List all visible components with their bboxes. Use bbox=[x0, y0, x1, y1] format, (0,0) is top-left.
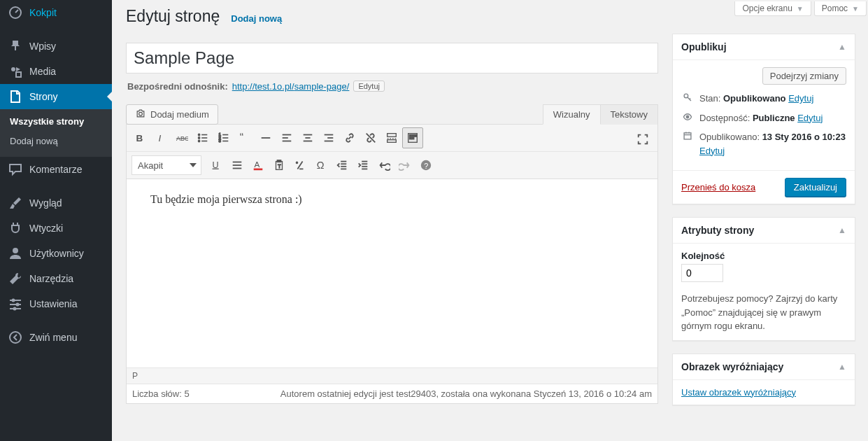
eye-icon bbox=[681, 111, 694, 122]
screen-options-button[interactable]: Opcje ekranu ▼ bbox=[734, 1, 811, 16]
ol-button[interactable]: 123 bbox=[213, 127, 234, 148]
align-right-button[interactable] bbox=[318, 127, 339, 148]
svg-point-69 bbox=[684, 94, 688, 98]
special-char-button[interactable]: Ω bbox=[311, 155, 332, 176]
word-count: Liczba słów: 5 bbox=[132, 388, 190, 399]
admin-sidebar: Kokpit Wpisy Media Strony Wszystkie stro… bbox=[0, 0, 112, 441]
fullscreen-button[interactable] bbox=[632, 129, 653, 150]
attributes-box-header[interactable]: Atrybuty strony ▲ bbox=[673, 218, 855, 244]
underline-button[interactable]: U bbox=[206, 155, 227, 176]
sidebar-item-dashboard[interactable]: Kokpit bbox=[0, 0, 112, 25]
sidebar-item-media[interactable]: Media bbox=[0, 59, 112, 84]
paste-text-button[interactable]: T bbox=[269, 155, 290, 176]
blockquote-button[interactable]: “ bbox=[234, 127, 255, 148]
svg-point-5 bbox=[12, 299, 15, 302]
collapse-icon bbox=[8, 330, 22, 344]
strike-button[interactable]: ABC bbox=[171, 127, 192, 148]
sidebar-item-label: Kokpit bbox=[29, 6, 57, 19]
set-featured-image-link[interactable]: Ustaw obrazek wyróżniający bbox=[681, 387, 796, 398]
tab-text[interactable]: Tekstowy bbox=[600, 104, 658, 125]
featured-image-header[interactable]: Obrazek wyróżniający ▲ bbox=[673, 354, 855, 380]
sidebar-subitem-add-new[interactable]: Dodaj nową bbox=[0, 132, 112, 151]
more-button[interactable] bbox=[381, 127, 402, 148]
svg-point-2 bbox=[11, 67, 15, 71]
add-media-button[interactable]: Dodaj medium bbox=[126, 104, 218, 125]
indent-button[interactable] bbox=[353, 155, 373, 176]
align-center-button[interactable] bbox=[297, 127, 318, 148]
sidebar-item-plugins[interactable]: Wtyczki bbox=[0, 216, 112, 241]
last-edited: Autorem ostatniej edycji jest test29403,… bbox=[280, 388, 652, 399]
undo-button[interactable] bbox=[373, 155, 394, 176]
toggles-icon bbox=[8, 297, 22, 311]
date-edit-link[interactable]: Edytuj bbox=[699, 146, 725, 156]
svg-text:A: A bbox=[255, 160, 260, 169]
update-button[interactable]: Zaktualizuj bbox=[785, 178, 846, 197]
outdent-button[interactable] bbox=[332, 155, 353, 176]
publish-box-header[interactable]: Opublikuj ▲ bbox=[673, 34, 855, 60]
publish-box: Opublikuj ▲ Podejrzyj zmiany Stan: Opubl… bbox=[672, 34, 855, 204]
sidebar-item-posts[interactable]: Wpisy bbox=[0, 34, 112, 59]
chevron-up-icon: ▲ bbox=[838, 42, 846, 52]
title-wrap bbox=[126, 43, 658, 74]
visibility-edit-link[interactable]: Edytuj bbox=[797, 113, 823, 123]
order-input[interactable] bbox=[681, 264, 723, 282]
ul-button[interactable] bbox=[192, 127, 213, 148]
svg-rect-41 bbox=[387, 140, 397, 143]
justify-button[interactable] bbox=[227, 155, 248, 176]
italic-button[interactable]: I bbox=[150, 127, 171, 148]
sidebar-item-collapse[interactable]: Zwiń menu bbox=[0, 325, 112, 350]
clear-format-button[interactable] bbox=[290, 155, 311, 176]
visibility-value: Publiczne bbox=[753, 113, 795, 123]
sidebar-item-appearance[interactable]: Wygląd bbox=[0, 190, 112, 216]
order-label: Kolejność bbox=[681, 251, 846, 261]
hr-button[interactable] bbox=[255, 127, 276, 148]
permalink-link[interactable]: http://test.1o.pl/sample-page/ bbox=[232, 81, 350, 92]
featured-image-title: Obrazek wyróżniający bbox=[681, 361, 783, 372]
redo-button[interactable] bbox=[394, 155, 415, 176]
status-label: Stan: bbox=[699, 93, 720, 104]
toolbar-toggle-button[interactable] bbox=[402, 127, 423, 148]
sidebar-item-users[interactable]: Użytkownicy bbox=[0, 241, 112, 266]
svg-rect-46 bbox=[410, 137, 412, 139]
help-button[interactable]: Pomoc ▼ bbox=[814, 1, 867, 16]
link-button[interactable] bbox=[339, 127, 360, 148]
svg-point-7 bbox=[16, 303, 20, 307]
chevron-up-icon: ▲ bbox=[838, 225, 846, 235]
align-left-button[interactable] bbox=[276, 127, 297, 148]
svg-rect-53 bbox=[254, 169, 263, 171]
tab-visual[interactable]: Wizualny bbox=[543, 104, 601, 125]
preview-button[interactable]: Podejrzyj zmiany bbox=[762, 67, 846, 85]
attributes-help-text: Potrzebujesz pomocy? Zajrzyj do karty „P… bbox=[681, 292, 846, 333]
format-select[interactable]: Akapit bbox=[131, 155, 201, 175]
svg-point-70 bbox=[686, 115, 689, 118]
svg-rect-39 bbox=[387, 134, 397, 137]
featured-image-box: Obrazek wyróżniający ▲ Ustaw obrazek wyr… bbox=[672, 354, 855, 405]
chevron-down-icon: ▼ bbox=[797, 5, 804, 13]
status-edit-link[interactable]: Edytuj bbox=[788, 93, 813, 104]
svg-text:B: B bbox=[136, 133, 143, 144]
sidebar-item-pages[interactable]: Strony bbox=[0, 84, 112, 109]
plug-icon bbox=[8, 221, 22, 235]
text-color-button[interactable]: A bbox=[248, 155, 269, 176]
permalink-edit-button[interactable]: Edytuj bbox=[353, 80, 385, 92]
sidebar-item-label: Wpisy bbox=[29, 40, 56, 52]
page-title: Edytuj stronę bbox=[126, 6, 220, 27]
help-icon-button[interactable]: ? bbox=[415, 155, 436, 176]
sidebar-item-settings[interactable]: Ustawienia bbox=[0, 291, 112, 316]
sidebar-item-comments[interactable]: Komentarze bbox=[0, 157, 112, 182]
permalink-label: Bezpośredni odnośnik: bbox=[127, 81, 228, 92]
sidebar-item-tools[interactable]: Narzędzia bbox=[0, 266, 112, 291]
chevron-up-icon: ▲ bbox=[838, 362, 846, 372]
attributes-box: Atrybuty strony ▲ Kolejność Potrzebujesz… bbox=[672, 217, 855, 341]
svg-rect-6 bbox=[10, 304, 21, 305]
add-new-link[interactable]: Dodaj nową bbox=[231, 8, 282, 29]
post-title-input[interactable] bbox=[126, 43, 658, 74]
element-path[interactable]: P bbox=[127, 368, 657, 384]
trash-link[interactable]: Przenieś do kosza bbox=[681, 182, 755, 192]
editor-content-area[interactable]: Tu będzie moja pierwsza strona :) bbox=[127, 179, 657, 368]
unlink-button[interactable] bbox=[360, 127, 381, 148]
media-icon bbox=[8, 64, 22, 78]
sidebar-subitem-all-pages[interactable]: Wszystkie strony bbox=[0, 112, 112, 132]
svg-point-57 bbox=[297, 162, 298, 164]
bold-button[interactable]: B bbox=[129, 127, 150, 148]
